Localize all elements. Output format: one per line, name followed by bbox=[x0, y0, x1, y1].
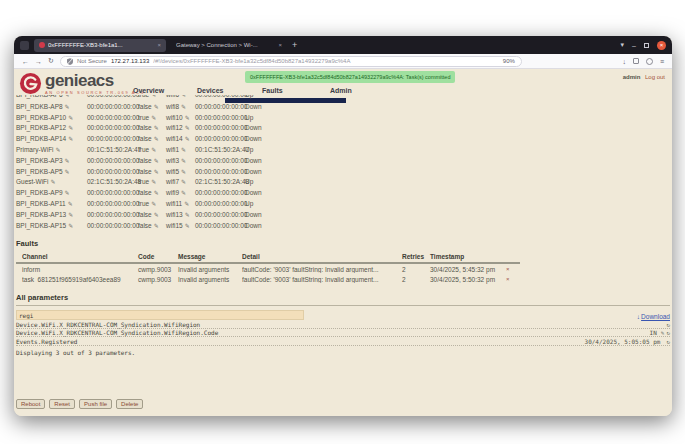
menu-icon[interactable]: ≡ bbox=[660, 58, 664, 65]
edit-icon[interactable]: ✎ bbox=[56, 147, 61, 153]
dismiss-fault-icon[interactable]: × bbox=[506, 276, 510, 282]
device-action-button[interactable]: Push file bbox=[79, 399, 112, 409]
wifi-table-row: Guest-WiFi✎ 02:1C:51:50:2A:48 true✎ wifi… bbox=[16, 177, 326, 188]
edit-icon[interactable]: ✎ bbox=[68, 223, 73, 229]
edit-icon[interactable]: ✎ bbox=[185, 136, 190, 142]
edit-icon[interactable]: ✎ bbox=[151, 115, 156, 121]
nav-item-faults[interactable]: Faults bbox=[262, 87, 283, 94]
mac-address: 00:00:00:00:00:00 bbox=[87, 211, 138, 218]
nav-item-overview[interactable]: Overview bbox=[133, 87, 164, 94]
col-code[interactable]: Code bbox=[138, 253, 178, 260]
edit-icon[interactable]: ✎ bbox=[68, 125, 73, 131]
extensions-icon[interactable] bbox=[633, 58, 639, 64]
profile-icon[interactable] bbox=[646, 58, 653, 65]
device-action-button[interactable]: Reset bbox=[49, 399, 75, 409]
new-tab-button[interactable]: + bbox=[292, 40, 297, 50]
edit-icon[interactable]: ✎ bbox=[154, 136, 159, 142]
download-link[interactable]: ↓Download bbox=[637, 313, 670, 320]
wifi-table-row: BPI_RDKB-AP10✎ 00:00:00:00:00:00 true✎ w… bbox=[16, 112, 326, 123]
ssid-name: BPI_RDKB-AP5 bbox=[16, 168, 63, 175]
edit-icon[interactable]: ✎ bbox=[68, 115, 73, 121]
refresh-icon[interactable]: ↻ bbox=[666, 321, 670, 328]
edit-icon[interactable]: ✎ bbox=[151, 179, 156, 185]
edit-icon[interactable]: ✎ bbox=[154, 125, 159, 131]
device-action-button[interactable]: Delete bbox=[116, 399, 143, 409]
col-retries[interactable]: Retries bbox=[402, 253, 430, 260]
col-channel[interactable]: Channel bbox=[22, 253, 138, 260]
enabled-value: true bbox=[138, 95, 149, 98]
nav-item-admin[interactable]: Admin bbox=[330, 87, 352, 94]
edit-icon[interactable]: ✎ bbox=[65, 104, 70, 110]
edit-icon[interactable]: ✎ bbox=[65, 190, 70, 196]
wifi-table-row: BPI_RDKB-AP15✎ 00:00:00:00:00:00 false✎ … bbox=[16, 220, 326, 231]
edit-icon[interactable]: ✎ bbox=[181, 95, 186, 98]
edit-icon[interactable]: ✎ bbox=[185, 212, 190, 218]
tab-device-page[interactable]: 0xFFFFFFFE-XB3-bfe1a1... × bbox=[34, 39, 166, 52]
mac-address: 00:00:00:00:00:00 bbox=[87, 189, 138, 196]
col-detail[interactable]: Detail bbox=[242, 253, 402, 260]
edit-icon[interactable]: ✎ bbox=[151, 201, 156, 207]
edit-icon[interactable]: ✎ bbox=[185, 223, 190, 229]
back-button[interactable]: ← bbox=[22, 58, 29, 65]
tab-gateway-page[interactable]: Gateway > Connection > Wi-... × bbox=[171, 39, 287, 52]
edit-icon[interactable]: ✎ bbox=[51, 179, 56, 185]
edit-icon[interactable]: ✎ bbox=[68, 136, 73, 142]
device-action-button[interactable]: Reboot bbox=[16, 399, 45, 409]
mac-address: 00:00:00:00:00:00 bbox=[87, 135, 138, 142]
edit-icon[interactable]: ✎ bbox=[154, 169, 159, 175]
url-input[interactable]: Not Secure 172.27.13.133 /#!/devices/0xF… bbox=[60, 56, 522, 67]
edit-icon[interactable]: ✎ bbox=[181, 169, 186, 175]
page-zoom-level[interactable]: 90% bbox=[503, 58, 515, 64]
edit-icon[interactable]: ✎ bbox=[181, 190, 186, 196]
edit-icon[interactable]: ✎ bbox=[181, 147, 186, 153]
refresh-icon[interactable]: ↻ bbox=[666, 338, 670, 345]
firefox-view-icon[interactable] bbox=[20, 41, 29, 50]
close-window-button[interactable]: × bbox=[657, 41, 666, 50]
edit-icon[interactable]: ✎ bbox=[154, 158, 159, 164]
edit-icon[interactable]: ✎ bbox=[151, 95, 156, 98]
maximize-button[interactable] bbox=[644, 43, 649, 48]
tab-list-chevron-icon[interactable]: ▾ bbox=[621, 41, 625, 49]
edit-icon[interactable]: ✎ bbox=[661, 329, 665, 336]
url-path: /#!/devices/0xFFFFFFFE-XB3-bfe1a32c5df84… bbox=[153, 58, 499, 64]
parameter-value: 30/4/2025, 5:05:05 pm bbox=[585, 338, 661, 345]
interface-name: wifi8 bbox=[166, 103, 179, 110]
shield-not-secure-icon[interactable] bbox=[67, 58, 73, 65]
tab-close-icon[interactable]: × bbox=[278, 42, 282, 48]
edit-icon[interactable]: ✎ bbox=[154, 212, 159, 218]
col-message[interactable]: Message bbox=[178, 253, 242, 260]
edit-icon[interactable]: ✎ bbox=[184, 201, 189, 207]
edit-icon[interactable]: ✎ bbox=[181, 179, 186, 185]
edit-icon[interactable]: ✎ bbox=[154, 223, 159, 229]
edit-icon[interactable]: ✎ bbox=[181, 104, 186, 110]
status-value: Down bbox=[245, 135, 275, 142]
col-timestamp[interactable]: Timestamp bbox=[430, 253, 506, 260]
browser-addressbar: ← → ↻ Not Secure 172.27.13.133 /#!/devic… bbox=[14, 54, 672, 69]
edit-icon[interactable]: ✎ bbox=[185, 115, 190, 121]
refresh-icon[interactable]: ↻ bbox=[666, 329, 670, 336]
edit-icon[interactable]: ✎ bbox=[154, 104, 159, 110]
edit-icon[interactable]: ✎ bbox=[65, 169, 70, 175]
interface-name: wifi15 bbox=[166, 222, 183, 229]
edit-icon[interactable]: ✎ bbox=[65, 158, 70, 164]
logged-in-user: admin bbox=[623, 74, 641, 80]
downloads-icon[interactable]: ↓ bbox=[622, 58, 626, 65]
forward-button[interactable]: → bbox=[35, 58, 42, 65]
interface-name: wifi7 bbox=[166, 178, 179, 185]
tab-close-icon[interactable]: × bbox=[157, 42, 161, 48]
edit-icon[interactable]: ✎ bbox=[185, 125, 190, 131]
edit-icon[interactable]: ✎ bbox=[68, 201, 73, 207]
edit-icon[interactable]: ✎ bbox=[181, 158, 186, 164]
edit-icon[interactable]: ✎ bbox=[154, 190, 159, 196]
genieacs-logo[interactable]: genieacs AN OPEN SOURCE TR-069 ACS bbox=[19, 72, 145, 95]
reload-button[interactable]: ↻ bbox=[48, 57, 54, 65]
parameter-search-input[interactable] bbox=[16, 310, 304, 320]
minimize-button[interactable]: – bbox=[632, 42, 636, 49]
edit-icon[interactable]: ✎ bbox=[151, 147, 156, 153]
logout-link[interactable]: Log out bbox=[645, 74, 665, 80]
nav-item-devices[interactable]: Devices bbox=[197, 87, 223, 94]
edit-icon[interactable]: ✎ bbox=[65, 95, 70, 98]
dismiss-fault-icon[interactable]: × bbox=[506, 266, 510, 272]
interface-name: wifi9 bbox=[166, 189, 179, 196]
edit-icon[interactable]: ✎ bbox=[68, 212, 73, 218]
